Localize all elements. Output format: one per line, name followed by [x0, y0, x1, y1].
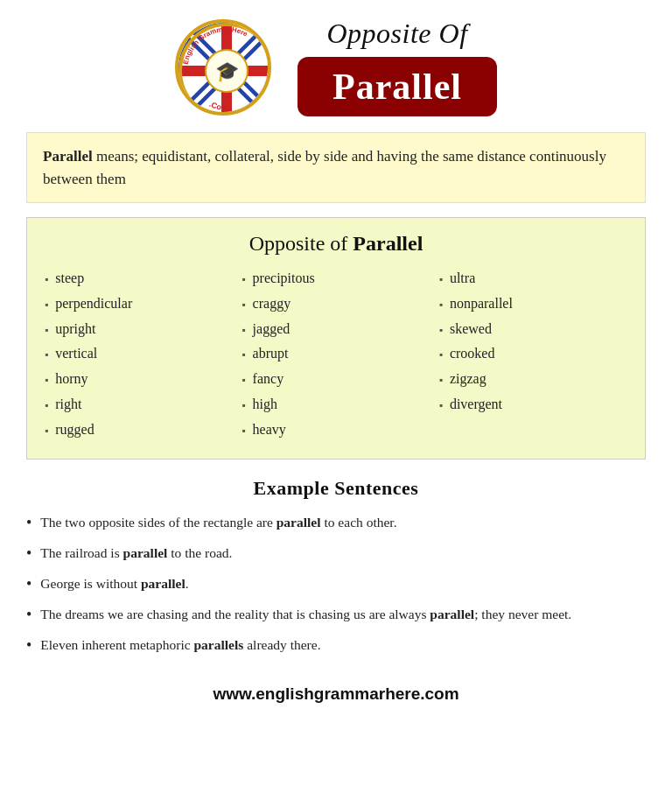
bullet-icon: ▪ — [45, 423, 48, 439]
bullet-icon: ▪ — [242, 397, 245, 414]
bullet-icon: • — [26, 542, 32, 565]
example-sentence: •The dreams we are chasing and the reali… — [26, 604, 646, 627]
main-word-badge: Parallel — [298, 57, 497, 116]
opposite-word-text: horny — [55, 368, 88, 390]
svg-text:🎓: 🎓 — [215, 60, 240, 83]
opposite-word-text: vertical — [55, 343, 97, 365]
opposite-word-text: precipitous — [253, 268, 315, 290]
bullet-icon: ▪ — [45, 271, 48, 288]
opposites-title: Opposite of Parallel — [45, 232, 627, 256]
opposites-col-2: ▪precipitous▪craggy▪jagged▪abrupt▪fancy▪… — [242, 268, 430, 441]
opposite-word: ▪right — [45, 394, 233, 416]
opposite-word-text: high — [253, 394, 277, 416]
opposite-word-text: divergent — [450, 394, 502, 416]
sentence-bold: parallel — [123, 545, 168, 560]
bullet-icon: • — [26, 511, 32, 535]
bullet-icon: ▪ — [45, 372, 48, 389]
opposite-word: ▪skewed — [439, 319, 627, 340]
sentence-bold: parallel — [141, 576, 186, 591]
opposite-word: ▪ultra — [439, 268, 627, 290]
sentence-bold: parallel — [430, 607, 474, 621]
opposite-word: ▪fancy — [242, 368, 430, 390]
definition-box: Parallel means; equidistant, collateral,… — [26, 132, 646, 203]
opposite-word: ▪crooked — [439, 343, 627, 365]
opposite-word-text: fancy — [253, 368, 284, 390]
bullet-icon: ▪ — [439, 322, 443, 339]
logo-inner: 🎓 English Grammar Here .Com — [178, 23, 268, 112]
bullet-icon: ▪ — [439, 271, 443, 288]
examples-title: Example Sentences — [26, 477, 646, 500]
header: 🎓 English Grammar Here .Com Opposite O — [26, 18, 646, 116]
opposite-word: ▪jagged — [242, 319, 430, 340]
opposite-word-text: crooked — [450, 343, 495, 365]
opposite-word: ▪vertical — [45, 343, 233, 365]
opposite-word-text: ultra — [450, 268, 475, 290]
title-block: Opposite Of Parallel — [298, 18, 497, 116]
definition-bold-word: Parallel — [43, 148, 93, 165]
website-footer: www.englishgrammarhere.com — [26, 684, 646, 704]
sentence-text: Eleven inherent metaphoric parallels alr… — [40, 635, 320, 655]
opposite-word-text: rugged — [55, 419, 94, 441]
opposite-word-text: craggy — [253, 293, 291, 315]
bullet-icon: • — [26, 572, 32, 596]
sentence-text: The two opposite sides of the rectangle … — [40, 512, 396, 532]
opposites-col-3: ▪ultra▪nonparallel▪skewed▪crooked▪zigzag… — [439, 268, 627, 441]
bullet-icon: • — [26, 603, 32, 627]
opposite-word-text: zigzag — [450, 368, 486, 390]
examples-section: Example Sentences •The two opposite side… — [26, 477, 646, 665]
logo: 🎓 English Grammar Here .Com — [175, 19, 271, 116]
opposite-word: ▪steep — [45, 268, 233, 290]
bullet-icon: ▪ — [45, 397, 48, 414]
bullet-icon: • — [26, 634, 32, 657]
opposites-col-1: ▪steep▪perpendicular▪upright▪vertical▪ho… — [45, 268, 233, 441]
bullet-icon: ▪ — [242, 271, 245, 288]
example-sentence: •The two opposite sides of the rectangle… — [26, 512, 646, 535]
page: 🎓 English Grammar Here .Com Opposite O — [0, 0, 672, 807]
opposite-word: ▪perpendicular — [45, 293, 233, 315]
opposite-word: ▪horny — [45, 368, 233, 390]
sentence-bold: parallels — [193, 637, 243, 652]
opposite-word-text: nonparallel — [450, 293, 513, 315]
bullet-icon: ▪ — [242, 423, 245, 439]
bullet-icon: ▪ — [439, 347, 443, 363]
sentence-text: The dreams we are chasing and the realit… — [40, 604, 571, 624]
bullet-icon: ▪ — [45, 347, 48, 363]
bullet-icon: ▪ — [45, 322, 48, 339]
sentence-bold: parallel — [276, 515, 321, 530]
opposite-word-text: upright — [55, 319, 95, 340]
opposite-word-text: skewed — [450, 319, 492, 340]
opposite-word-text: jagged — [253, 319, 290, 340]
example-sentence: •The railroad is parallel to the road. — [26, 543, 646, 565]
bullet-icon: ▪ — [45, 297, 48, 313]
opposite-word: ▪craggy — [242, 293, 430, 315]
definition-text: means; equidistant, collateral, side by … — [43, 148, 606, 187]
example-sentence: •George is without parallel. — [26, 573, 646, 596]
bullet-icon: ▪ — [242, 347, 245, 363]
opposites-title-plain: Opposite of — [249, 232, 354, 255]
opposite-word: ▪zigzag — [439, 368, 627, 390]
opposite-of-label: Opposite Of — [326, 18, 467, 50]
opposite-word: ▪divergent — [439, 394, 627, 416]
opposite-word: ▪rugged — [45, 419, 233, 441]
opposite-word-text: right — [55, 394, 81, 416]
bullet-icon: ▪ — [242, 372, 245, 389]
bullet-icon: ▪ — [439, 397, 443, 414]
example-sentence: •Eleven inherent metaphoric parallels al… — [26, 635, 646, 657]
bullet-icon: ▪ — [439, 372, 443, 389]
opposite-word: ▪high — [242, 394, 430, 416]
opposite-word-text: steep — [55, 268, 84, 290]
opposite-word: ▪nonparallel — [439, 293, 627, 315]
bullet-icon: ▪ — [439, 297, 443, 313]
sentence-text: George is without parallel. — [40, 573, 188, 593]
opposite-word: ▪upright — [45, 319, 233, 340]
example-list: •The two opposite sides of the rectangle… — [26, 512, 646, 657]
opposites-columns: ▪steep▪perpendicular▪upright▪vertical▪ho… — [45, 268, 627, 441]
opposite-word-text: heavy — [253, 419, 286, 441]
opposite-word: ▪precipitous — [242, 268, 430, 290]
opposites-box: Opposite of Parallel ▪steep▪perpendicula… — [26, 217, 646, 460]
opposite-word-text: abrupt — [253, 343, 289, 365]
opposite-word-text: perpendicular — [55, 293, 132, 315]
opposite-word: ▪abrupt — [242, 343, 430, 365]
opposite-word: ▪heavy — [242, 419, 430, 441]
bullet-icon: ▪ — [242, 322, 245, 339]
